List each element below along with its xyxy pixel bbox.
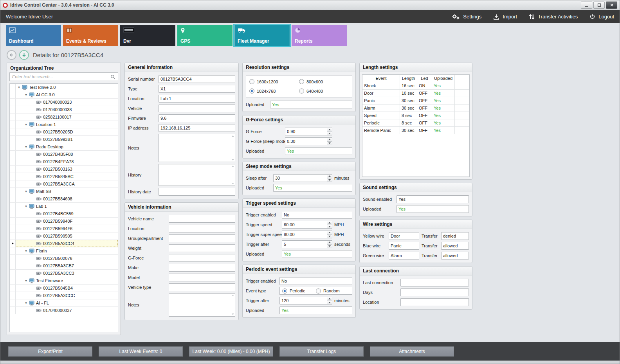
field-input[interactable] [282, 250, 352, 258]
tree-item-radu-desktop[interactable]: ▾Radu Desktop [10, 143, 118, 151]
nav-tile-dvr[interactable]: Dvr [120, 25, 175, 46]
field-input[interactable] [159, 124, 235, 132]
wire-transfer-input[interactable] [441, 242, 469, 250]
tree-item-location-1[interactable]: ▾Location 1 [10, 121, 118, 128]
expand-arrow-icon[interactable]: ▾ [23, 203, 29, 210]
nav-tile-dashboard[interactable]: Dashboard [6, 25, 61, 46]
length-table-row-alarm[interactable]: Alarm30 secOFFYes [362, 105, 469, 112]
field-input[interactable] [169, 274, 235, 281]
close-button[interactable] [606, 2, 617, 9]
tree-item-017040000023[interactable]: 017040000023 [10, 99, 118, 106]
tree-item-florin[interactable]: ▾Florin [10, 247, 118, 255]
wire-event-input[interactable] [389, 252, 419, 259]
tree-item-025821100017[interactable]: 025821100017 [10, 114, 118, 121]
wire-transfer-input[interactable] [441, 252, 469, 259]
tree-item-00127b4bc559[interactable]: 00127B4BC559 [10, 210, 118, 218]
tree-item-test-firmware[interactable]: ▾Test Firmware [10, 277, 118, 285]
expand-arrow-icon[interactable]: ▾ [23, 188, 29, 195]
tree-item-017040000038[interactable]: 017040000038 [10, 106, 118, 114]
field-input[interactable] [279, 277, 352, 285]
tree-item-00127b5a3cc3[interactable]: 00127B5A3CC3 [10, 270, 118, 277]
tree-item-ai-fl[interactable]: ▾AI - FL [10, 299, 118, 307]
tree-item-00127b599505[interactable]: 00127B599505 [10, 232, 118, 240]
toolbar-action-transfer-activities[interactable]: Transfer Activities [529, 14, 578, 20]
expand-arrow-icon[interactable]: ▾ [23, 277, 29, 285]
radio-1024x768[interactable]: 1024x768 [249, 88, 299, 94]
nav-tile-gps[interactable]: GPS [177, 25, 232, 46]
field-input[interactable] [169, 254, 235, 262]
field-input[interactable] [159, 85, 235, 93]
spin-up-button[interactable] [327, 128, 332, 132]
export-print-button[interactable]: Export/Print [8, 346, 92, 357]
tree-item-00127b5845bc[interactable]: 00127B5845BC [10, 173, 118, 180]
field-input[interactable] [400, 279, 469, 287]
minimize-button[interactable] [581, 2, 592, 9]
nav-tile-events-reviews[interactable]: Events & Reviews [63, 25, 118, 46]
last-week-events-button[interactable]: Last Week Events: 0 [99, 346, 183, 357]
field-input[interactable] [279, 297, 332, 305]
spin-down-button[interactable] [327, 142, 332, 145]
wire-event-input[interactable] [389, 242, 419, 250]
wire-event-input[interactable] [389, 232, 419, 240]
field-textarea[interactable] [159, 164, 235, 186]
tree-item-00127b503163[interactable]: 00127B503163 [10, 166, 118, 173]
tree-item-00127b5a3cc4[interactable]: 00127B5A3CC4 [10, 240, 118, 247]
length-table-row-shock[interactable]: Shock16 secONYes [362, 82, 469, 90]
length-table-row-remote-panic[interactable]: Remote Panic30 secOFFYes [362, 127, 469, 134]
length-table-row-periodic[interactable]: Periodic8 secOFFYes [362, 119, 469, 127]
radio-640x480[interactable]: 640x480 [299, 88, 349, 94]
tree-item-matt-sb[interactable]: ▾Matt SB [10, 188, 118, 195]
field-textarea[interactable] [169, 293, 235, 317]
maximize-button[interactable] [593, 2, 605, 9]
spin-up-button[interactable] [327, 175, 332, 178]
field-input[interactable] [169, 264, 235, 272]
radio-1600x1200[interactable]: 1600x1200 [249, 79, 299, 84]
spin-down-button[interactable] [327, 235, 332, 238]
tree-item-00127b5a3cb7[interactable]: 00127B5A3CB7 [10, 262, 118, 270]
field-input[interactable] [400, 288, 469, 296]
expand-arrow-icon[interactable]: ▾ [23, 247, 29, 255]
spin-down-button[interactable] [327, 178, 332, 182]
expand-arrow-icon[interactable]: ▾ [23, 91, 29, 99]
field-input[interactable] [169, 234, 235, 242]
tree-item-00127b5993b1[interactable]: 00127B5993B1 [10, 136, 118, 143]
tree-item-00127b5845b4[interactable]: 00127B5845B4 [10, 285, 118, 292]
spin-up-button[interactable] [327, 231, 332, 235]
back-button[interactable] [7, 50, 16, 60]
spin-down-button[interactable] [327, 132, 332, 135]
tree-item-00127b59940f[interactable]: 00127B59940F [10, 218, 118, 225]
tree-item-00127b4b5f88[interactable]: 00127B4B5F88 [10, 151, 118, 158]
length-table-row-speed[interactable]: Speed8 secOFFYes [362, 112, 469, 119]
nav-tile-reports[interactable]: Reports [292, 25, 347, 46]
field-input[interactable] [273, 184, 352, 192]
spin-down-button[interactable] [327, 225, 332, 229]
field-input[interactable] [285, 147, 352, 155]
field-input[interactable] [169, 215, 235, 223]
toolbar-action-logout[interactable]: Logout [589, 14, 614, 20]
tree-item-00127b502076[interactable]: 00127B502076 [10, 255, 118, 262]
field-input[interactable] [169, 283, 235, 291]
search-input[interactable] [12, 74, 110, 79]
spin-up-button[interactable] [327, 221, 332, 225]
toolbar-action-settings[interactable]: Settings [451, 13, 481, 20]
tree-item-017040000037[interactable]: 017040000037 [10, 307, 118, 314]
spin-down-button[interactable] [327, 301, 332, 305]
field-input[interactable] [169, 225, 235, 232]
field-textarea[interactable] [159, 134, 235, 162]
expand-arrow-icon[interactable]: ▾ [16, 84, 22, 91]
radio-random[interactable]: Random [316, 288, 350, 294]
tree-item-00127b5994f6[interactable]: 00127B5994F6 [10, 225, 118, 232]
field-input[interactable] [273, 174, 332, 182]
tree-item-00127b4eea78[interactable]: 00127B4EEA78 [10, 158, 118, 166]
field-input[interactable] [282, 221, 332, 229]
spin-up-button[interactable] [327, 241, 332, 245]
field-input[interactable] [397, 205, 469, 213]
tree-item-ai-cc-3-0[interactable]: ▾AI CC 3.0 [10, 91, 118, 99]
expand-arrow-icon[interactable]: ▾ [23, 121, 29, 128]
spin-down-button[interactable] [327, 245, 332, 248]
length-table-row-door[interactable]: Door10 secOFFYes [362, 90, 469, 97]
spin-up-button[interactable] [327, 297, 332, 301]
tree-item-00127b5a3ccc[interactable]: 00127B5A3CCC [10, 292, 118, 299]
field-input[interactable] [279, 306, 352, 314]
radio-800x600[interactable]: 800x600 [299, 79, 349, 84]
